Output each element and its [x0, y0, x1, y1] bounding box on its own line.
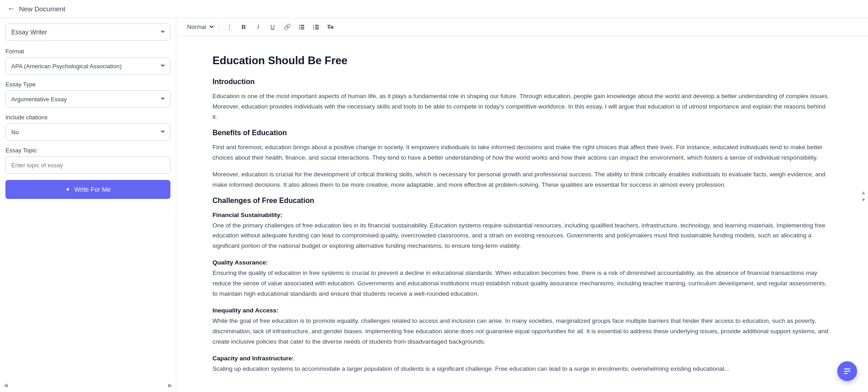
capacity-infrastructure-subheading: Capacity and Infrastructure: [212, 355, 294, 362]
capacity-infrastructure-para: Capacity and Infrastructure: Scaling up … [212, 354, 832, 374]
format-label: Format [5, 48, 170, 55]
back-arrow[interactable]: ← [7, 4, 15, 14]
svg-rect-13 [844, 371, 850, 372]
benefits-para-2: Moreover, education is crucial for the d… [212, 170, 832, 190]
svg-rect-5 [301, 28, 304, 29]
toolbar-link-btn[interactable]: 🔗 [281, 21, 293, 33]
svg-rect-0 [299, 25, 300, 26]
topic-label: Essay Topic [5, 147, 170, 154]
essay-type-select[interactable]: Argumentative Essay [5, 90, 170, 108]
sidebar: Essay Writer Format APA (American Psycho… [0, 18, 176, 392]
intro-heading: Introduction [212, 78, 832, 86]
doc-content: Education Should Be Free Introduction Ed… [176, 36, 868, 392]
sidebar-arrows: ◀ ▶ [4, 382, 172, 388]
citations-select[interactable]: No [5, 123, 170, 141]
scroll-down-arrow[interactable]: ▼ [861, 197, 866, 203]
financial-sustainability-subheading: Financial Sustainability: [212, 212, 283, 218]
right-scroll: ▲ ▼ [859, 188, 868, 205]
svg-rect-3 [301, 27, 304, 28]
benefits-heading: Benefits of Education [212, 129, 832, 137]
toolbar-bold-btn[interactable]: B [237, 21, 250, 33]
fab-button[interactable] [837, 361, 857, 381]
doc-title: Education Should Be Free [212, 54, 832, 67]
write-for-me-button[interactable]: ✦ Write For Me [5, 180, 170, 199]
style-select[interactable]: Normal [184, 21, 215, 33]
quality-assurance-subheading: Quality Assurance: [212, 259, 268, 266]
essay-type-label: Essay Type [5, 81, 170, 88]
toolbar-bullet-list-btn[interactable] [295, 21, 308, 33]
inequality-access-subheading: Inequality and Access: [212, 307, 278, 314]
svg-rect-11 [315, 28, 319, 29]
sidebar-arrow-left[interactable]: ◀ [4, 382, 8, 388]
toolbar-divider-1 [219, 23, 219, 32]
challenges-heading: Challenges of Free Education [212, 197, 832, 205]
svg-rect-1 [301, 25, 304, 26]
toolbar-clear-btn[interactable]: Tx [324, 21, 337, 33]
svg-rect-4 [299, 28, 300, 29]
scroll-up-arrow[interactable]: ▲ [861, 189, 866, 196]
intro-paragraph: Education is one of the most important a… [212, 91, 832, 123]
tool-selector[interactable]: Essay Writer [5, 24, 170, 41]
svg-rect-9 [315, 27, 319, 28]
toolbar-italic-btn[interactable]: I [252, 21, 264, 33]
topic-input[interactable] [5, 156, 170, 174]
citations-label: Include citations [5, 114, 170, 121]
toolbar-number-list-btn[interactable]: 1. 2. 3. [310, 21, 322, 33]
pen-icon: ✦ [65, 186, 71, 193]
svg-rect-2 [299, 27, 300, 28]
toolbar-more-btn[interactable]: ⋮ [223, 21, 236, 33]
content-area: Normal ⋮ B I U 🔗 1. [176, 18, 868, 392]
svg-rect-12 [844, 368, 850, 369]
quality-assurance-para: Quality Assurance: Ensuring the quality … [212, 258, 832, 299]
format-select[interactable]: APA (American Psychological Association) [5, 57, 170, 75]
inequality-access-para: Inequality and Access: While the goal of… [212, 306, 832, 347]
svg-rect-14 [844, 373, 848, 374]
financial-sustainability-para: Financial Sustainability: One of the pri… [212, 210, 832, 252]
svg-text:3.: 3. [313, 28, 315, 30]
write-btn-label: Write For Me [74, 186, 111, 193]
sidebar-arrow-right[interactable]: ▶ [168, 382, 172, 388]
toolbar: Normal ⋮ B I U 🔗 1. [176, 18, 868, 36]
new-doc-title: New Document [19, 5, 66, 13]
svg-rect-7 [315, 25, 319, 26]
benefits-para-1: First and foremost, education brings abo… [212, 142, 832, 163]
toolbar-underline-btn[interactable]: U [266, 21, 279, 33]
main-layout: Essay Writer Format APA (American Psycho… [0, 18, 868, 392]
top-bar: ← New Document [0, 0, 868, 18]
